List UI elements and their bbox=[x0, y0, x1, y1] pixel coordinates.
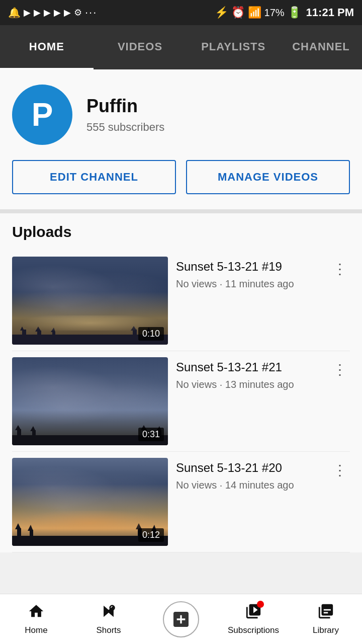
battery-icon: 🔋 bbox=[288, 6, 301, 19]
video-more-button[interactable]: ⋮ bbox=[330, 359, 350, 379]
library-icon bbox=[317, 603, 334, 622]
tab-videos[interactable]: VIDEOS bbox=[94, 25, 187, 69]
pokeball-icon: ⚙ bbox=[74, 7, 82, 18]
subscriptions-label: Subscriptions bbox=[228, 625, 279, 635]
library-label: Library bbox=[313, 625, 339, 635]
tab-home[interactable]: HOME bbox=[0, 25, 94, 69]
subscription-badge bbox=[257, 601, 264, 608]
video-info: Sunset 5-13-21 #19 No views · 11 minutes… bbox=[176, 257, 322, 290]
svg-rect-14 bbox=[32, 430, 36, 440]
youtube-icon-2: ▶ bbox=[34, 7, 41, 18]
bottom-nav-create[interactable] bbox=[145, 601, 217, 637]
svg-marker-15 bbox=[30, 426, 36, 431]
channel-subscribers: 555 subscribers bbox=[86, 121, 164, 134]
video-more-button[interactable]: ⋮ bbox=[330, 460, 350, 480]
video-meta: No views · 11 minutes ago bbox=[176, 278, 322, 290]
svg-rect-23 bbox=[30, 530, 33, 541]
video-item[interactable]: 0:10 Sunset 5-13-21 #19 No views · 11 mi… bbox=[12, 251, 350, 351]
tab-playlists[interactable]: PLAYLISTS bbox=[187, 25, 280, 69]
bluetooth-icon: ⚡ bbox=[215, 6, 228, 19]
channel-name: Puffin bbox=[86, 96, 164, 117]
nav-tabs: HOME VIDEOS PLAYLISTS CHANNEL bbox=[0, 25, 362, 69]
sunset-glow bbox=[12, 511, 168, 531]
edit-channel-button[interactable]: EDIT CHANNEL bbox=[12, 160, 176, 194]
video-thumbnail: 0:31 bbox=[12, 357, 168, 445]
video-duration: 0:31 bbox=[138, 428, 164, 441]
svg-rect-1 bbox=[22, 330, 26, 340]
youtube-icon-3: ▶ bbox=[44, 7, 51, 18]
bottom-nav-shorts[interactable]: Shorts bbox=[72, 603, 145, 635]
bottom-nav-library[interactable]: Library bbox=[290, 603, 362, 635]
avatar: P bbox=[12, 85, 72, 145]
section-divider bbox=[0, 209, 362, 213]
svg-marker-29 bbox=[104, 606, 114, 617]
channel-info: Puffin 555 subscribers bbox=[86, 96, 164, 134]
channel-header: P Puffin 555 subscribers bbox=[0, 69, 362, 160]
video-thumbnail: 0:10 bbox=[12, 257, 168, 345]
video-title: Sunset 5-13-21 #19 bbox=[176, 259, 322, 274]
home-icon bbox=[28, 603, 45, 622]
tab-channel[interactable]: CHANNEL bbox=[280, 25, 362, 69]
svg-marker-13 bbox=[15, 425, 21, 430]
status-left: 🔔 ▶ ▶ ▶ ▶ ▶ ⚙ ··· bbox=[8, 6, 97, 19]
bottom-nav-home[interactable]: Home bbox=[0, 603, 72, 635]
youtube-icon-5: ▶ bbox=[64, 7, 71, 18]
svg-rect-7 bbox=[133, 330, 137, 340]
status-right: ⚡ ⏰ 📶 17% 🔋 11:21 PM bbox=[215, 6, 354, 19]
home-label: Home bbox=[25, 625, 47, 635]
bottom-nav-subscriptions[interactable]: Subscriptions bbox=[217, 603, 290, 635]
video-title: Sunset 5-13-21 #20 bbox=[176, 460, 322, 475]
video-title: Sunset 5-13-21 #21 bbox=[176, 359, 322, 375]
video-meta: No views · 14 minutes ago bbox=[176, 479, 322, 491]
video-more-button[interactable]: ⋮ bbox=[330, 259, 350, 279]
subscriptions-icon-wrapper bbox=[245, 603, 262, 622]
shorts-label: Shorts bbox=[96, 625, 121, 635]
uploads-section: Uploads 0:10 Sunset 5-13- bbox=[0, 213, 362, 552]
alarm-icon: ⏰ bbox=[231, 6, 245, 19]
create-button[interactable] bbox=[163, 601, 199, 637]
subscriptions-icon bbox=[245, 603, 262, 622]
shorts-icon bbox=[100, 603, 117, 622]
video-info: Sunset 5-13-21 #21 No views · 13 minutes… bbox=[176, 357, 322, 390]
wifi-icon: 📶 bbox=[248, 6, 261, 19]
video-item[interactable]: 0:12 Sunset 5-13-21 #20 No views · 14 mi… bbox=[12, 452, 350, 552]
video-thumbnail: 0:12 bbox=[12, 458, 168, 546]
video-duration: 0:10 bbox=[138, 327, 164, 341]
status-bar: 🔔 ▶ ▶ ▶ ▶ ▶ ⚙ ··· ⚡ ⏰ 📶 17% 🔋 11:21 PM bbox=[0, 0, 362, 25]
video-duration: 0:12 bbox=[138, 528, 164, 542]
youtube-icon-1: ▶ bbox=[24, 7, 31, 18]
svg-rect-3 bbox=[37, 331, 41, 340]
uploads-title: Uploads bbox=[12, 223, 350, 240]
video-meta: No views · 13 minutes ago bbox=[176, 379, 322, 390]
more-dots: ··· bbox=[85, 6, 97, 19]
video-info: Sunset 5-13-21 #20 No views · 14 minutes… bbox=[176, 458, 322, 491]
youtube-icon-4: ▶ bbox=[54, 7, 61, 18]
battery-text: 17% bbox=[264, 7, 285, 19]
svg-rect-5 bbox=[52, 332, 55, 340]
video-item[interactable]: 0:31 Sunset 5-13-21 #21 No views · 13 mi… bbox=[12, 351, 350, 452]
bottom-nav: Home Shorts Subscriptions bbox=[0, 594, 362, 644]
manage-videos-button[interactable]: MANAGE VIDEOS bbox=[186, 160, 350, 194]
action-buttons: EDIT CHANNEL MANAGE VIDEOS bbox=[0, 160, 362, 209]
notification-icon: 🔔 bbox=[8, 7, 21, 19]
svg-rect-12 bbox=[17, 429, 21, 440]
status-time: 11:21 PM bbox=[306, 6, 354, 19]
